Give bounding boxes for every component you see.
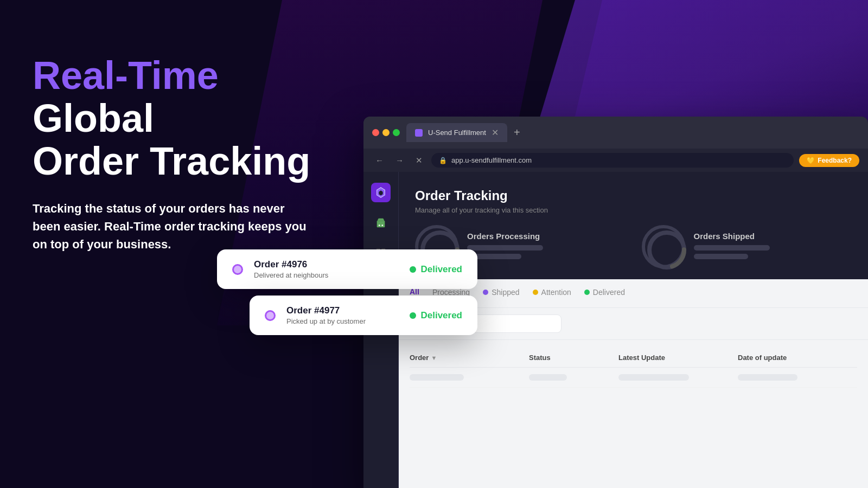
traffic-light-red[interactable]	[372, 129, 379, 136]
tab-delivered[interactable]: Delivered	[584, 288, 625, 299]
panel-title: Order Tracking	[415, 188, 852, 203]
tab-close-button[interactable]: ✕	[492, 127, 499, 138]
tab-delivered-label: Delivered	[593, 288, 625, 297]
status-text-2: Delivered	[420, 310, 462, 321]
col-date-label: Date of update	[738, 354, 787, 362]
tab-title: U-Send Fulfillment	[428, 129, 486, 137]
order-dot-2	[265, 310, 276, 321]
stat-bar-shipped-2	[694, 254, 748, 259]
tab-shipped[interactable]: Shipped	[483, 288, 519, 299]
hero-content: Real-Time GlobalOrder Tracking Tracking …	[33, 54, 347, 253]
stat-bar-shipped-1	[694, 245, 770, 251]
feedback-label: Feedback?	[818, 157, 852, 164]
order-card-1: Order #4976 Delivered at neighbours Deli…	[217, 249, 477, 289]
cell-bar-update-1	[618, 374, 689, 381]
tab-shipped-label: Shipped	[492, 288, 519, 297]
browser-chrome: U-Send Fulfillment ✕ +	[363, 117, 868, 149]
svg-rect-0	[377, 221, 385, 227]
stat-info-processing: Orders Processing	[467, 232, 626, 262]
col-latest-update: Latest Update	[618, 354, 738, 362]
lock-icon: 🔒	[439, 157, 447, 164]
order-number-1: Order #4976	[254, 259, 399, 270]
tab-attention[interactable]: Attention	[533, 288, 571, 299]
tab-attention-label: Attention	[541, 288, 571, 297]
col-order: Order ▼	[410, 354, 529, 362]
status-dot-2	[410, 312, 416, 319]
cell-status-1	[529, 374, 618, 381]
col-status: Status	[529, 354, 618, 362]
browser-addressbar: ← → ✕ 🔒 app.u-sendfulfillment.com 💛 Feed…	[363, 149, 868, 172]
forward-button[interactable]: →	[392, 155, 407, 166]
traffic-light-yellow[interactable]	[382, 129, 390, 136]
col-latest-update-label: Latest Update	[618, 354, 665, 362]
address-bar[interactable]: 🔒 app.u-sendfulfillment.com	[431, 153, 794, 168]
order-desc-1: Delivered at neighbours	[254, 271, 399, 279]
order-card-2: Order #4977 Picked up at by customer Del…	[250, 296, 477, 335]
status-dot-1	[410, 266, 416, 273]
order-status-1: Delivered	[410, 264, 462, 275]
col-date: Date of update	[738, 354, 857, 362]
order-info-2: Order #4977 Picked up at by customer	[286, 305, 399, 325]
order-dot-1	[232, 264, 243, 275]
traffic-light-green[interactable]	[393, 129, 400, 136]
cell-order-1	[410, 374, 529, 381]
tab-attention-dot	[533, 290, 538, 295]
tab-delivered-dot	[584, 290, 590, 295]
feedback-heart-icon: 💛	[807, 157, 815, 164]
col-status-label: Status	[529, 354, 551, 362]
stat-card-shipped: Orders Shipped	[642, 225, 852, 268]
svg-point-2	[381, 224, 383, 226]
stats-row: Orders Processing	[415, 225, 852, 268]
col-order-label: Order	[410, 354, 429, 362]
order-status-2: Delivered	[410, 310, 462, 321]
order-cards-container: Order #4976 Delivered at neighbours Deli…	[217, 249, 477, 342]
cell-update-1	[618, 374, 738, 381]
svg-point-1	[379, 224, 380, 226]
table-area: Order ▼ Status Latest Update Date of upd…	[399, 340, 868, 396]
panel-subtitle: Manage all of your tracking via this sec…	[415, 206, 852, 214]
stat-circle-shipped	[642, 225, 685, 268]
url-text: app.u-sendfulfillment.com	[451, 156, 532, 164]
hero-title-highlight: Real-Time	[33, 54, 219, 97]
tab-shipped-dot	[483, 290, 488, 295]
sidebar-icon-shopify[interactable]	[371, 213, 391, 233]
order-number-2: Order #4977	[286, 305, 399, 316]
cell-date-1	[738, 374, 857, 381]
stat-label-shipped: Orders Shipped	[694, 232, 852, 241]
refresh-button[interactable]: ✕	[412, 155, 426, 166]
browser-tab[interactable]: U-Send Fulfillment ✕	[406, 123, 507, 142]
stat-bar-processing-1	[467, 245, 543, 251]
cell-bar-order-1	[410, 374, 464, 381]
cell-bar-date-1	[738, 374, 797, 381]
traffic-lights	[372, 129, 400, 136]
hero-subtitle: Tracking the status of your orders has n…	[33, 200, 315, 253]
sidebar-icon-logo[interactable]	[371, 183, 391, 202]
cell-bar-status-1	[529, 374, 567, 381]
order-info-1: Order #4976 Delivered at neighbours	[254, 259, 399, 279]
stat-info-shipped: Orders Shipped	[694, 232, 852, 262]
hero-title-rest: GlobalOrder Tracking	[33, 97, 310, 183]
table-row	[410, 368, 857, 388]
new-tab-button[interactable]: +	[514, 126, 520, 139]
tab-favicon	[415, 129, 423, 137]
status-text-1: Delivered	[420, 264, 462, 275]
order-desc-2: Picked up at by customer	[286, 317, 399, 325]
back-button[interactable]: ←	[372, 155, 387, 166]
stat-label-processing: Orders Processing	[467, 232, 626, 241]
col-order-sort-icon[interactable]: ▼	[431, 355, 437, 361]
table-header: Order ▼ Status Latest Update Date of upd…	[410, 348, 857, 368]
feedback-button[interactable]: 💛 Feedback?	[799, 154, 859, 167]
